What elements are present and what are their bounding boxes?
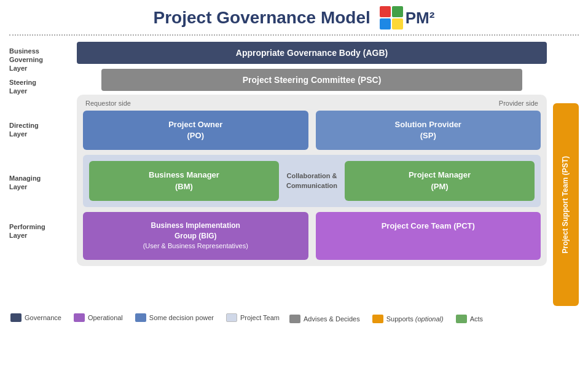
legend-acts: Acts xyxy=(456,315,483,323)
page-title: Project Governance Model xyxy=(154,8,370,28)
pm2-text: PM² xyxy=(406,9,435,28)
page-header: Project Governance Model PM² xyxy=(9,6,579,29)
po-line1: Project Owner xyxy=(168,120,222,129)
label-performing: PerformingLayer xyxy=(9,206,77,256)
big-line3: (User & Business Representatives) xyxy=(143,242,248,249)
legend-project-team-label: Project Team xyxy=(240,314,280,321)
provider-side-label: Provider side xyxy=(499,100,538,107)
diagram-content: Appropriate Governance Body (AGB) Projec… xyxy=(77,42,547,266)
agb-box: Appropriate Governance Body (AGB) xyxy=(77,42,547,64)
pm-box: Project Manager (PM) xyxy=(345,161,535,200)
label-business-governing: BusinessGoverningLayer xyxy=(9,47,77,73)
legend-operational-box xyxy=(74,313,85,322)
collab-text: Collaboration & Communication xyxy=(286,171,337,190)
sp-line2: (SP) xyxy=(420,131,436,140)
pm-line1: Project Manager xyxy=(409,170,471,179)
pst-line2: Team (PST) xyxy=(561,156,570,196)
sp-box: Solution Provider (SP) xyxy=(316,111,541,150)
legend-operational: Operational xyxy=(74,313,123,322)
legend-decision-power: Some decision power xyxy=(135,313,214,322)
legend-supports-label: Supports (optional) xyxy=(386,315,444,323)
legend-supports-box xyxy=(372,315,383,323)
legend-advises: Advises & Decides xyxy=(289,315,360,323)
collab-line2: Communication xyxy=(286,182,337,189)
label-steering: SteeringLayer xyxy=(9,73,77,101)
pst-box: Project Support Team (PST) xyxy=(553,103,579,306)
legend-advises-label: Advises & Decides xyxy=(304,315,360,323)
pst-text: Project Support Team (PST) xyxy=(561,156,571,253)
legend-project-team: Project Team xyxy=(226,313,280,322)
pst-line1: Project Support xyxy=(561,198,570,253)
legend-row-2: Advises & Decides Supports (optional) Ac… xyxy=(289,315,483,323)
legend-decision-power-label: Some decision power xyxy=(149,314,214,321)
pct-line1: Project Core Team (PCT) xyxy=(382,221,475,230)
po-box: Project Owner (PO) xyxy=(83,111,308,150)
pct-box: Project Core Team (PCT) xyxy=(316,212,541,260)
side-labels: Requestor side Provider side xyxy=(83,100,541,107)
legend-governance-label: Governance xyxy=(25,314,61,321)
pm2-logo-icon xyxy=(380,6,403,29)
bm-line1: Business Manager xyxy=(149,170,219,179)
legend-operational-label: Operational xyxy=(88,314,123,321)
legend-advises-box xyxy=(289,315,300,323)
big-line2: Group (BIG) xyxy=(174,232,217,240)
legend-governance: Governance xyxy=(10,313,61,322)
pm2-logo: PM² xyxy=(380,6,435,29)
label-managing: ManagingLayer xyxy=(9,159,77,206)
requestor-side-label: Requestor side xyxy=(85,100,131,107)
po-line2: (PO) xyxy=(187,131,204,140)
label-directing: DirectingLayer xyxy=(9,101,77,159)
big-box: Business Implementation Group (BIG) (Use… xyxy=(83,212,308,260)
managing-row: Business Manager (BM) Collaboration & Co… xyxy=(89,161,535,200)
legend-row-1: Governance Operational Some decision pow… xyxy=(10,313,280,322)
header-divider xyxy=(9,34,579,36)
legend: Governance Operational Some decision pow… xyxy=(9,312,579,323)
legend-supports: Supports (optional) xyxy=(372,315,444,323)
managing-container: Business Manager (BM) Collaboration & Co… xyxy=(83,155,541,206)
inner-container: Requestor side Provider side Project Own… xyxy=(77,95,547,266)
layer-labels: BusinessGoverningLayer SteeringLayer Dir… xyxy=(9,42,77,256)
svg-rect-1 xyxy=(392,6,403,17)
psc-box: Project Steering Committee (PSC) xyxy=(101,69,522,91)
performing-row: Business Implementation Group (BIG) (Use… xyxy=(83,212,541,260)
legend-decision-power-box xyxy=(135,313,146,322)
pm-line2: (PM) xyxy=(431,182,448,191)
collab-line1: Collaboration & xyxy=(287,172,337,179)
svg-rect-3 xyxy=(392,18,403,29)
directing-row: Project Owner (PO) Solution Provider (SP… xyxy=(83,111,541,150)
sp-line1: Solution Provider xyxy=(395,120,461,129)
legend-acts-label: Acts xyxy=(470,315,483,323)
bm-line2: (BM) xyxy=(175,182,193,191)
legend-project-team-box xyxy=(226,313,237,322)
legend-acts-box xyxy=(456,315,467,323)
legend-governance-box xyxy=(10,313,22,322)
svg-rect-2 xyxy=(380,18,391,29)
svg-rect-0 xyxy=(380,6,391,17)
bm-box: Business Manager (BM) xyxy=(89,161,279,200)
big-line1: Business Implementation xyxy=(151,221,240,230)
